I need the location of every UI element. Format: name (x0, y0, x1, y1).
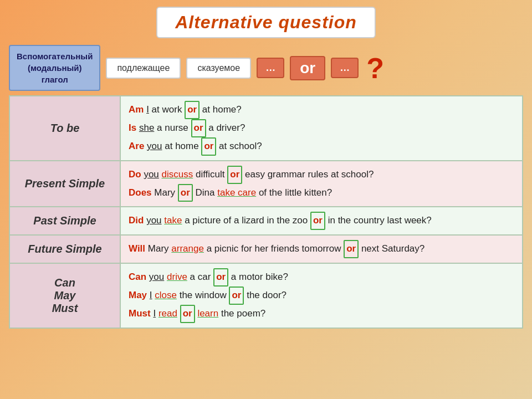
page-title: Alternative question (175, 12, 357, 33)
table-row: To be Am I at work or at home? Is she a … (9, 96, 523, 161)
title-box: Alternative question (156, 7, 376, 38)
row-content-future-simple: Will Mary arrange a picnic for her frien… (120, 235, 523, 263)
subject-pill: подлежащее (106, 58, 181, 79)
row-label-present-simple: Present Simple (9, 161, 120, 207)
row-label-to-be: To be (9, 96, 120, 161)
row-label-future-simple: Future Simple (9, 235, 120, 263)
grammar-table-wrapper: To be Am I at work or at home? Is she a … (9, 95, 523, 392)
header-row: Вспомогательный (модальный) глагол подле… (9, 45, 523, 91)
dots2-pill: … (331, 58, 359, 78)
question-mark: ? (366, 52, 384, 85)
table-row: Past Simple Did you take a picture of a … (9, 207, 523, 235)
helper-verb-line3: глагол (42, 75, 68, 84)
table-row: Future Simple Will Mary arrange a picnic… (9, 235, 523, 263)
row-content-present-simple: Do you discuss difficult or easy grammar… (120, 161, 523, 207)
helper-verb-line2: (модальный) (28, 63, 82, 73)
page-container: Alternative question Вспомогательный (мо… (0, 0, 532, 399)
helper-verb-line1: Вспомогательный (17, 52, 93, 61)
helper-verb-box: Вспомогательный (модальный) глагол (9, 45, 100, 91)
table-row: Present Simple Do you discuss difficult … (9, 161, 523, 207)
row-label-past-simple: Past Simple (9, 207, 120, 235)
row-content-to-be: Am I at work or at home? Is she a nurse … (120, 96, 523, 161)
grammar-table: To be Am I at work or at home? Is she a … (9, 95, 523, 329)
row-content-modal: Can you drive a car or a motor bike? May… (120, 263, 523, 328)
predicate-pill: сказуемое (186, 58, 251, 79)
row-label-modal: CanMayMust (9, 263, 120, 328)
or-pill: or (290, 56, 325, 80)
dots1-pill: … (257, 58, 284, 78)
table-row: CanMayMust Can you drive a car or a moto… (9, 263, 523, 328)
row-content-past-simple: Did you take a picture of a lizard in th… (120, 207, 523, 235)
